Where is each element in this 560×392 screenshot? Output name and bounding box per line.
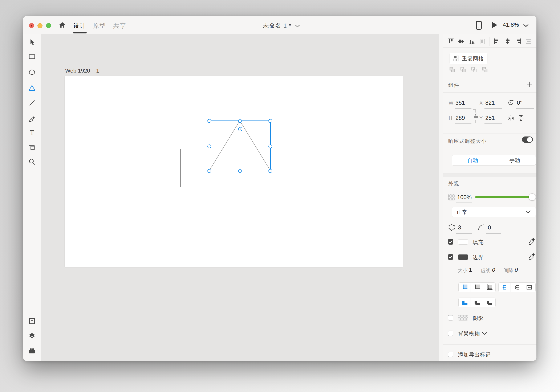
tab-share[interactable]: 共享 — [113, 22, 126, 30]
tool-select[interactable] — [28, 39, 36, 46]
lock-unlocked-icon[interactable] — [474, 113, 479, 119]
opacity-slider-thumb[interactable] — [529, 194, 536, 201]
fill-checkbox[interactable] — [448, 239, 453, 245]
align-top-icon[interactable] — [447, 38, 454, 45]
fill-color-swatch[interactable] — [458, 239, 468, 245]
minimize-button[interactable] — [38, 23, 42, 28]
polygon-sides-underline — [456, 233, 472, 234]
document-title[interactable]: 未命名-1 * — [263, 22, 291, 30]
tool-artboard[interactable] — [28, 144, 36, 151]
shadow-checkbox[interactable] — [448, 315, 453, 321]
round-join-button[interactable] — [471, 298, 483, 307]
outer-stroke-button[interactable] — [483, 283, 496, 292]
align-right-icon[interactable] — [515, 38, 522, 45]
tool-ellipse[interactable] — [28, 69, 36, 76]
corner-radius-underline — [486, 233, 501, 234]
canvas-pasteboard[interactable]: Web 1920 – 1 — [41, 34, 439, 361]
fill-eyedropper-icon[interactable] — [528, 238, 535, 245]
resize-handle-top-right[interactable] — [269, 119, 272, 123]
x-input[interactable]: 821 — [485, 100, 495, 106]
width-input[interactable]: 351 — [455, 100, 465, 106]
distribute-horizontal-icon[interactable] — [479, 38, 486, 45]
corner-radius-icon — [478, 224, 484, 231]
border-dash-input[interactable]: 0 — [492, 267, 495, 273]
border-eyedropper-icon[interactable] — [528, 253, 535, 261]
tool-text[interactable]: T — [28, 129, 36, 137]
butt-cap-button[interactable] — [498, 283, 511, 292]
border-size-underline — [467, 275, 478, 275]
preview-on-device-button[interactable] — [476, 21, 482, 30]
resize-handle-bottom-right[interactable] — [269, 169, 272, 173]
fullscreen-button[interactable] — [46, 23, 51, 28]
responsive-manual-button[interactable]: 手动 — [494, 155, 536, 165]
resize-handle-top-center[interactable] — [238, 119, 242, 123]
flip-horizontal-icon[interactable] — [507, 115, 514, 122]
y-underline — [484, 123, 502, 124]
align-middle-vertical-icon[interactable] — [458, 38, 465, 45]
height-input[interactable]: 289 — [455, 115, 465, 121]
exclude-overlap-icon[interactable] — [481, 66, 489, 73]
tool-pen[interactable] — [28, 116, 36, 123]
tool-rectangle[interactable] — [28, 53, 36, 60]
border-size-input[interactable]: 1 — [469, 267, 472, 273]
align-left-icon[interactable] — [493, 38, 501, 45]
center-stroke-button[interactable] — [471, 283, 483, 292]
miter-join-button[interactable] — [458, 298, 471, 307]
divider — [443, 221, 536, 221]
shadow-swatch[interactable] — [458, 315, 468, 321]
selection-bounding-box[interactable] — [209, 120, 271, 171]
projecting-cap-button[interactable] — [523, 283, 536, 292]
border-checkbox[interactable] — [448, 254, 453, 260]
tab-prototype[interactable]: 原型 — [93, 22, 106, 30]
resize-handle-bottom-center[interactable] — [238, 169, 242, 173]
responsive-resize-toggle[interactable] — [522, 137, 533, 143]
border-color-swatch[interactable] — [458, 255, 468, 260]
plugins-panel-button[interactable] — [28, 347, 36, 354]
corner-radius-input[interactable]: 0 — [488, 224, 491, 231]
intersect-icon[interactable] — [470, 66, 478, 73]
magnifier-icon — [28, 158, 36, 166]
zoom-level-value[interactable]: 41.8% — [503, 22, 519, 28]
export-marker-checkbox[interactable] — [448, 352, 453, 357]
y-input[interactable]: 251 — [485, 115, 495, 121]
properties-panel: 重复网格 组件 W 351 H 289 X 82 — [443, 34, 536, 361]
polygon-sides-input[interactable]: 3 — [458, 224, 461, 231]
border-gap-input[interactable]: 0 — [515, 267, 518, 273]
align-center-horizontal-icon[interactable] — [504, 38, 511, 45]
assets-panel-button[interactable] — [28, 318, 36, 325]
close-button[interactable] — [29, 23, 34, 28]
bevel-join-button[interactable] — [483, 298, 496, 307]
zoom-chevron-down-icon[interactable] — [523, 24, 529, 28]
corner-radius-handle[interactable] — [238, 127, 242, 131]
resize-handle-top-left[interactable] — [207, 119, 211, 123]
tool-line[interactable] — [28, 99, 36, 107]
tool-polygon[interactable] — [28, 84, 36, 91]
repeat-grid-button[interactable]: 重复网格 — [450, 53, 487, 64]
opacity-input[interactable]: 100% — [457, 194, 472, 201]
blur-chevron-down-icon[interactable] — [482, 332, 487, 335]
subtract-icon[interactable] — [460, 66, 467, 73]
title-chevron-down-icon[interactable] — [295, 24, 300, 28]
add-component-button[interactable] — [527, 81, 533, 87]
tools-sidebar: T — [23, 34, 41, 361]
round-cap-button[interactable] — [511, 283, 523, 292]
background-blur-checkbox[interactable] — [448, 331, 453, 336]
rotation-input[interactable]: 0° — [517, 100, 522, 106]
play-button[interactable] — [491, 22, 498, 28]
resize-handle-middle-right[interactable] — [269, 145, 272, 148]
align-bottom-icon[interactable] — [468, 38, 475, 45]
home-button[interactable] — [59, 21, 66, 29]
resize-handle-middle-left[interactable] — [207, 145, 211, 148]
responsive-auto-button[interactable]: 自动 — [452, 155, 494, 165]
rotate-icon[interactable] — [507, 99, 514, 106]
opacity-slider-track[interactable] — [475, 196, 532, 198]
resize-handle-bottom-left[interactable] — [207, 169, 211, 173]
union-icon[interactable] — [449, 66, 456, 73]
layers-panel-button[interactable] — [28, 332, 36, 339]
inner-stroke-button[interactable] — [458, 283, 471, 292]
flip-vertical-icon[interactable] — [517, 115, 524, 122]
distribute-vertical-icon[interactable] — [525, 38, 532, 45]
tool-zoom[interactable] — [28, 158, 36, 165]
tab-design[interactable]: 设计 — [73, 22, 86, 30]
blend-mode-select[interactable]: 正常 — [452, 207, 536, 217]
